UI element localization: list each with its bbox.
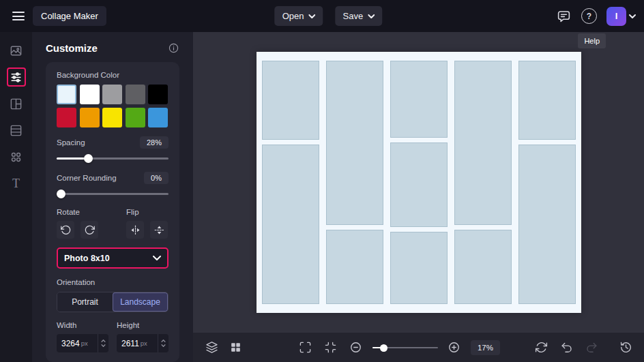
flip-vertical-icon: [153, 224, 165, 236]
feedback-button[interactable]: [555, 8, 572, 25]
corner-rounding-slider[interactable]: [57, 190, 169, 198]
color-swatch[interactable]: [80, 108, 100, 127]
collage-cell[interactable]: [390, 61, 448, 138]
save-button[interactable]: Save: [336, 6, 383, 26]
help-button[interactable]: ?: [581, 8, 597, 24]
rotate-cw-button[interactable]: [80, 221, 98, 239]
collage-cell[interactable]: [390, 142, 448, 226]
dimensions-row: Width 3264 px Height 2611 px: [57, 321, 169, 352]
panel-title: Customize: [46, 42, 98, 54]
collage-grid-button[interactable]: [226, 339, 244, 357]
collage-cell[interactable]: [262, 145, 319, 304]
collage-cell[interactable]: [454, 61, 512, 225]
help-icon: ?: [587, 12, 591, 21]
zoom-out-button[interactable]: [347, 339, 365, 357]
reset-zoom-button[interactable]: [532, 339, 550, 357]
chevron-down-icon: [153, 256, 161, 260]
corner-rounding-label: Corner Rounding: [57, 174, 117, 182]
fit-screen-button[interactable]: [322, 339, 340, 357]
undo-button[interactable]: [557, 339, 575, 357]
sidebar-item-text[interactable]: T: [7, 174, 26, 193]
layers-icon: [205, 341, 218, 354]
color-swatch[interactable]: [126, 85, 145, 104]
zoom-out-icon: [349, 341, 362, 354]
collage-cell[interactable]: [518, 145, 576, 304]
collage-cell[interactable]: [262, 61, 319, 140]
redo-button[interactable]: [583, 339, 600, 357]
width-label: Width: [57, 321, 108, 329]
color-swatch[interactable]: [148, 108, 168, 127]
size-preset-dropdown[interactable]: Photo 8x10: [57, 247, 169, 269]
sidebar-item-customize[interactable]: [7, 67, 26, 87]
customize-card: Background Color Spacing 28% Corner Roun…: [46, 62, 179, 362]
height-unit: px: [141, 340, 147, 347]
zoom-slider[interactable]: [372, 344, 438, 352]
rotate-label: Rotate: [57, 208, 99, 216]
bottom-toolbar: 17%: [193, 333, 644, 362]
info-button[interactable]: [168, 42, 179, 54]
color-swatch[interactable]: [57, 108, 76, 127]
color-swatch[interactable]: [148, 85, 168, 104]
swatch-row: [57, 108, 169, 127]
collage-column: [518, 61, 576, 304]
sidebar-item-patterns[interactable]: [7, 121, 26, 140]
slider-handle[interactable]: [380, 344, 387, 352]
orientation-portrait-button[interactable]: Portrait: [57, 292, 113, 312]
flip-vertical-button[interactable]: [150, 221, 168, 239]
fullscreen-button[interactable]: [297, 339, 314, 357]
help-tooltip: Help: [578, 33, 606, 48]
hamburger-icon[interactable]: [12, 12, 25, 20]
rotate-cw-icon: [84, 224, 96, 236]
history-button[interactable]: [617, 339, 634, 357]
sidebar-item-layouts[interactable]: [7, 94, 26, 113]
height-group: Height 2611 px: [117, 321, 169, 352]
grid-icon: [229, 341, 242, 354]
flip-label: Flip: [126, 208, 169, 216]
customize-panel: Customize Background Color Spacing 28% C…: [32, 32, 193, 362]
slider-handle[interactable]: [84, 154, 93, 163]
color-swatch[interactable]: [57, 85, 76, 104]
sidebar-item-graphics[interactable]: [7, 147, 26, 166]
slider-handle[interactable]: [57, 190, 65, 198]
height-stepper[interactable]: [158, 334, 169, 352]
layers-button[interactable]: [203, 339, 220, 357]
text-icon: T: [12, 177, 20, 190]
corner-rounding-value: 0%: [144, 172, 169, 184]
redo-icon: [585, 341, 598, 354]
width-field[interactable]: 3264 px: [57, 334, 108, 352]
collage-column: [390, 61, 448, 304]
zoom-in-button[interactable]: [445, 339, 463, 357]
height-field[interactable]: 2611 px: [117, 334, 169, 352]
color-swatch[interactable]: [102, 85, 122, 104]
account-menu[interactable]: I: [606, 7, 636, 26]
color-swatch[interactable]: [80, 85, 100, 104]
spacing-value: 28%: [140, 136, 169, 149]
collage-preview[interactable]: [257, 52, 581, 313]
flip-horizontal-icon: [130, 224, 141, 236]
chevron-down-icon: [161, 344, 166, 347]
avatar[interactable]: I: [606, 7, 626, 26]
collage-cell[interactable]: [326, 61, 383, 225]
flip-horizontal-button[interactable]: [126, 221, 144, 239]
zoom-in-icon: [448, 341, 460, 354]
width-stepper[interactable]: [98, 334, 108, 352]
layouts-icon: [10, 97, 23, 110]
open-button[interactable]: Open: [275, 6, 323, 26]
collage-cell[interactable]: [518, 61, 576, 140]
spacing-slider[interactable]: [57, 154, 169, 163]
chevron-up-icon: [161, 340, 166, 342]
color-swatch[interactable]: [102, 108, 122, 127]
collage-cell[interactable]: [326, 230, 383, 304]
collage-cell[interactable]: [454, 230, 512, 304]
orientation-landscape-button[interactable]: Landscape: [113, 292, 168, 312]
rotate-flip-row: Rotate: [57, 208, 169, 239]
color-swatch[interactable]: [126, 108, 145, 127]
height-label: Height: [117, 321, 169, 329]
save-button-label: Save: [343, 11, 364, 21]
rotate-ccw-icon: [60, 224, 72, 236]
topbar-right: ? I: [555, 7, 636, 26]
collage-cell[interactable]: [390, 232, 448, 304]
swatch-row: [57, 85, 169, 104]
sidebar-item-image-manager[interactable]: [7, 41, 26, 60]
rotate-ccw-button[interactable]: [57, 221, 74, 239]
